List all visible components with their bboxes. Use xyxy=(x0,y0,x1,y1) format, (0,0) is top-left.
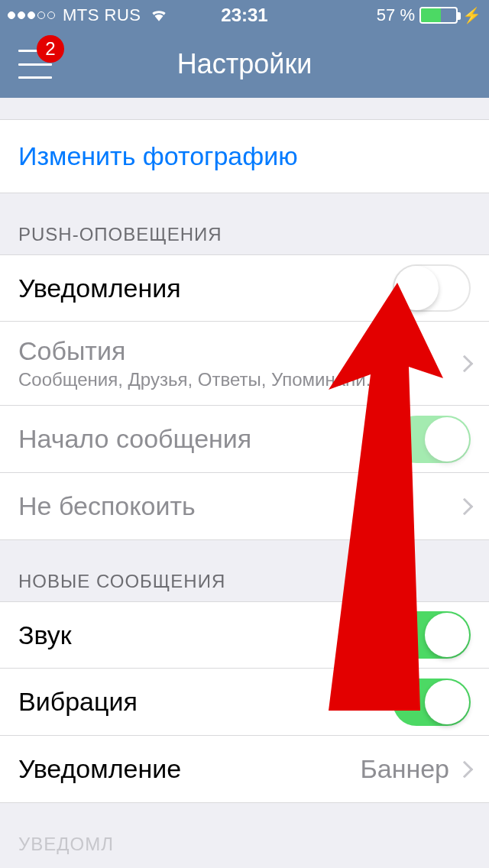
dnd-row[interactable]: Не беспокоить xyxy=(0,473,489,540)
dnd-label: Не беспокоить xyxy=(18,491,458,521)
content: Изменить фотографию PUSH-ОПОВЕЩЕНИЯ Увед… xyxy=(0,98,489,855)
new-messages-section-header: НОВЫЕ СООБЩЕНИЯ xyxy=(0,540,489,601)
message-start-label: Начало сообщения xyxy=(18,424,393,454)
charging-icon: ⚡ xyxy=(462,6,481,24)
message-start-toggle[interactable] xyxy=(393,416,471,463)
page-title: Настройки xyxy=(0,48,489,80)
status-left: MTS RUS xyxy=(8,5,169,26)
change-photo-link[interactable]: Изменить фотографию xyxy=(18,141,298,170)
notifications-toggle[interactable] xyxy=(393,264,471,312)
events-sublabel: Сообщения, Друзья, Ответы, Упоминани... xyxy=(18,369,458,390)
message-start-row[interactable]: Начало сообщения xyxy=(0,406,489,473)
events-row[interactable]: События Сообщения, Друзья, Ответы, Упоми… xyxy=(0,322,489,406)
sound-row[interactable]: Звук xyxy=(0,601,489,669)
notifications-label: Уведомления xyxy=(18,274,393,303)
battery-percent: 57 % xyxy=(377,5,415,25)
status-time: 23:31 xyxy=(221,5,267,26)
sound-label: Звук xyxy=(18,620,393,650)
chevron-right-icon xyxy=(456,497,474,515)
notification-type-label: Уведомление xyxy=(18,754,360,784)
status-bar: MTS RUS 23:31 57 % ⚡ xyxy=(0,0,489,31)
truncated-section-header: УВЕДОМЛ xyxy=(0,803,489,855)
notification-type-value: Баннер xyxy=(360,754,449,784)
sound-toggle[interactable] xyxy=(393,611,471,659)
chevron-right-icon xyxy=(456,760,474,778)
nav-bar: 2 Настройки xyxy=(0,31,489,98)
signal-strength-icon xyxy=(8,11,55,19)
vibration-toggle[interactable] xyxy=(393,679,471,726)
battery-icon xyxy=(419,7,458,24)
vibration-label: Вибрация xyxy=(18,687,393,717)
menu-badge: 2 xyxy=(37,35,64,63)
chevron-right-icon xyxy=(456,355,474,372)
notification-type-row[interactable]: Уведомление Баннер xyxy=(0,736,489,803)
push-section-header: PUSH-ОПОВЕЩЕНИЯ xyxy=(0,193,489,254)
vibration-row[interactable]: Вибрация xyxy=(0,669,489,736)
status-right: 57 % ⚡ xyxy=(377,5,481,25)
notifications-row[interactable]: Уведомления xyxy=(0,254,489,322)
carrier-label: MTS RUS xyxy=(63,5,141,25)
wifi-icon xyxy=(149,5,169,26)
events-label: События xyxy=(18,336,458,366)
change-photo-row[interactable]: Изменить фотографию xyxy=(0,119,489,193)
